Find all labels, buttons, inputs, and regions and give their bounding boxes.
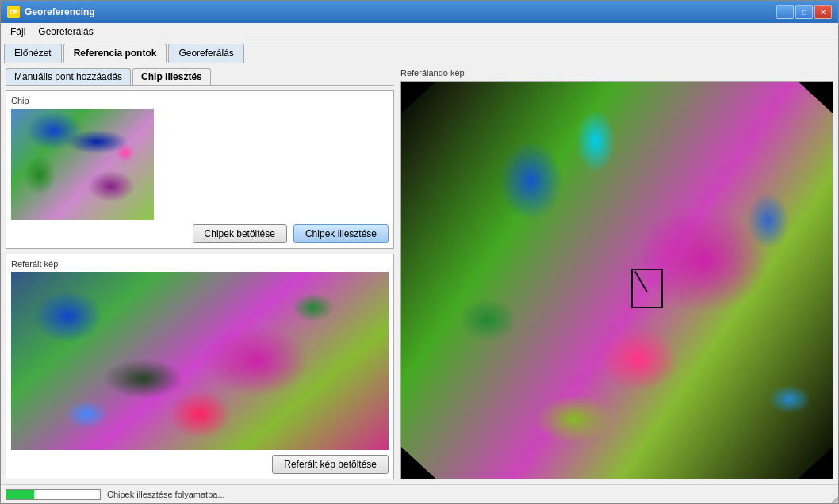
sub-tab-manual[interactable]: Manuális pont hozzáadás: [6, 68, 131, 85]
minimize-button[interactable]: —: [776, 5, 794, 19]
ref-satellite-image: [11, 272, 389, 450]
menu-item-fajl[interactable]: Fájl: [4, 25, 32, 39]
referaland-label: Referálandó kép: [400, 68, 833, 78]
window-title: Georeferencing: [25, 6, 95, 17]
load-chips-button[interactable]: Chipek betöltése: [193, 224, 287, 243]
load-ref-button[interactable]: Referált kép betöltése: [272, 455, 389, 474]
maximize-button[interactable]: □: [795, 5, 813, 19]
large-image-container: [400, 81, 833, 479]
chip-section: Chip Chipek betöltése Chipek illesztése: [6, 90, 394, 249]
tab-referencia-pontok[interactable]: Referencia pontok: [63, 44, 167, 63]
chip-label: Chip: [11, 96, 389, 105]
fit-chips-button[interactable]: Chipek illesztése: [293, 224, 389, 243]
selection-diagonal: [634, 271, 648, 292]
sub-tab-chip[interactable]: Chip illesztés: [132, 68, 211, 85]
ref-image: [11, 272, 389, 450]
selection-box: [631, 269, 663, 308]
window-icon: 🗺: [7, 6, 20, 18]
tab-georeferalas[interactable]: Georeferálás: [168, 44, 243, 63]
menu-item-georeferalas[interactable]: Georeferálás: [32, 25, 99, 39]
load-btn-row: Referált kép betöltése: [11, 455, 389, 474]
chip-buttons: Chipek betöltése Chipek illesztése: [11, 224, 389, 243]
right-panel: Referálandó kép: [400, 68, 833, 479]
status-text: Chipek illesztése folyamatba...: [107, 490, 225, 499]
title-controls: — □ ✕: [776, 5, 832, 19]
main-tab-bar: Előnézet Referencia pontok Georeferálás: [1, 40, 838, 63]
ref-section: Referált kép Referált kép betöltése: [6, 254, 394, 479]
content-area: Manuális pont hozzáadás Chip illesztés C…: [1, 63, 838, 484]
large-satellite-image: [401, 82, 833, 479]
main-window: 🗺 Georeferencing — □ ✕ Fájl Georeferálás…: [0, 0, 839, 504]
status-bar: Chipek illesztése folyamatba...: [1, 484, 838, 503]
chip-satellite-image: [11, 109, 154, 220]
left-panel: Manuális pont hozzáadás Chip illesztés C…: [6, 68, 394, 479]
resize-icon: [829, 494, 839, 504]
tab-elonezet[interactable]: Előnézet: [4, 44, 62, 63]
title-bar-left: 🗺 Georeferencing: [7, 6, 95, 18]
close-button[interactable]: ✕: [814, 5, 832, 19]
menu-bar: Fájl Georeferálás: [1, 23, 838, 40]
chip-image: [11, 109, 154, 220]
ref-label: Referált kép: [11, 259, 389, 269]
sub-tab-bar: Manuális pont hozzáadás Chip illesztés: [6, 68, 394, 86]
title-bar: 🗺 Georeferencing — □ ✕: [1, 1, 838, 23]
progress-bar-container: [6, 489, 101, 500]
progress-bar-fill: [6, 490, 34, 499]
svg-line-2: [837, 502, 838, 503]
resize-handle[interactable]: [829, 494, 839, 504]
